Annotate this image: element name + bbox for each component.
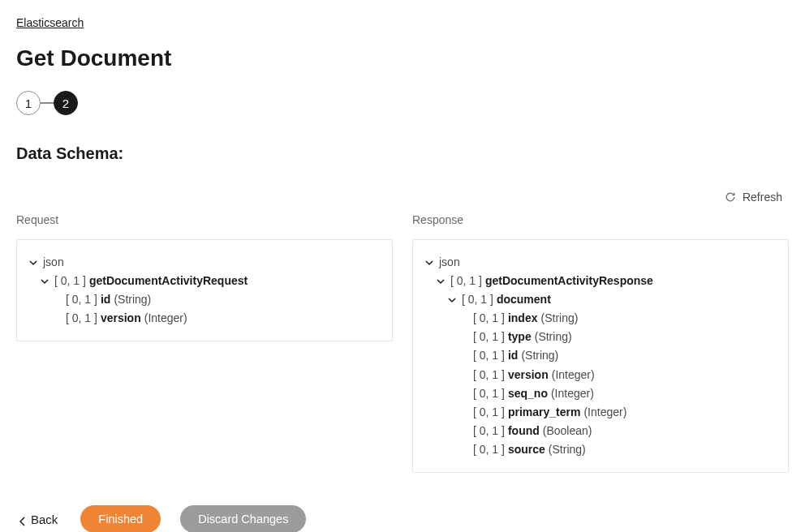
response-schema-box: json [ 0, 1 ] getDocumentActivityRespons… xyxy=(412,239,789,473)
cardinality: [ 0, 1 ] xyxy=(450,272,482,290)
tree-row-json[interactable]: json xyxy=(28,253,381,272)
field-name: id xyxy=(101,290,110,309)
discard-button[interactable]: Discard Changes xyxy=(180,505,306,532)
chevron-down-icon xyxy=(447,295,457,305)
tree-row-response-root[interactable]: [ 0, 1 ] getDocumentActivityResponse xyxy=(424,272,777,290)
field-name: found xyxy=(508,422,540,440)
cardinality: [ 0, 1 ] xyxy=(473,346,505,365)
tree-row-field[interactable]: [ 0, 1 ]version(Integer) xyxy=(424,366,777,384)
section-title: Data Schema: xyxy=(16,144,789,163)
page-title: Get Document xyxy=(16,45,789,71)
chevron-down-icon xyxy=(424,258,434,268)
tree-row-field[interactable]: [ 0, 1 ]id(String) xyxy=(424,346,777,365)
tree-json-label: json xyxy=(43,253,64,272)
cardinality: [ 0, 1 ] xyxy=(473,328,505,346)
tree-row-field[interactable]: [ 0, 1 ]source(String) xyxy=(424,440,777,459)
field-name: type xyxy=(508,328,532,346)
request-schema-box: json [ 0, 1 ] getDocumentActivityRequest… xyxy=(16,239,393,341)
request-column: Request json [ 0, 1 ] getDocumentActivit… xyxy=(16,213,393,473)
back-label: Back xyxy=(31,513,58,526)
finished-button[interactable]: Finished xyxy=(80,505,161,532)
breadcrumb: Elasticsearch xyxy=(16,16,789,29)
cardinality: [ 0, 1 ] xyxy=(473,440,505,459)
refresh-icon xyxy=(725,191,736,203)
cardinality: [ 0, 1 ] xyxy=(462,290,493,309)
field-name: version xyxy=(101,309,141,328)
cardinality: [ 0, 1 ] xyxy=(473,309,505,328)
chevron-down-icon xyxy=(40,277,50,286)
cardinality: [ 0, 1 ] xyxy=(473,384,505,403)
tree-row-field[interactable]: [ 0, 1 ]seq_no(Integer) xyxy=(424,384,777,403)
cardinality: [ 0, 1 ] xyxy=(473,422,505,440)
tree-row-field[interactable]: [ 0, 1 ]id(String) xyxy=(28,290,381,309)
tree-json-label: json xyxy=(439,253,460,272)
tree-row-field[interactable]: [ 0, 1 ]found(Boolean) xyxy=(424,422,777,440)
field-type: (String) xyxy=(521,346,558,365)
cardinality: [ 0, 1 ] xyxy=(66,309,97,328)
field-name: id xyxy=(508,346,518,365)
field-type: (String) xyxy=(541,309,579,328)
breadcrumb-root-link[interactable]: Elasticsearch xyxy=(16,16,84,29)
field-name: source xyxy=(508,440,545,459)
chevron-down-icon xyxy=(28,258,38,268)
tree-row-field[interactable]: [ 0, 1 ]version(Integer) xyxy=(28,309,381,328)
step-1[interactable]: 1 xyxy=(16,91,41,115)
footer-actions: Back Finished Discard Changes xyxy=(16,505,789,532)
field-type: (String) xyxy=(535,328,572,346)
tree-row-field[interactable]: [ 0, 1 ]primary_term(Integer) xyxy=(424,403,777,422)
cardinality: [ 0, 1 ] xyxy=(473,403,505,422)
back-button[interactable]: Back xyxy=(16,509,61,530)
step-connector xyxy=(41,102,54,104)
field-type: (Integer) xyxy=(583,403,626,422)
tree-row-request-root[interactable]: [ 0, 1 ] getDocumentActivityRequest xyxy=(28,272,381,290)
cardinality: [ 0, 1 ] xyxy=(54,272,86,290)
field-type: (String) xyxy=(549,440,586,459)
tree-row-field[interactable]: [ 0, 1 ]index(String) xyxy=(424,309,777,328)
cardinality: [ 0, 1 ] xyxy=(66,290,97,309)
field-name: version xyxy=(508,366,549,384)
field-name: seq_no xyxy=(508,384,548,403)
tree-row-field[interactable]: [ 0, 1 ]type(String) xyxy=(424,328,777,346)
field-name: document xyxy=(497,290,551,309)
field-name: getDocumentActivityResponse xyxy=(485,272,653,290)
field-name: primary_term xyxy=(508,403,581,422)
field-type: (Integer) xyxy=(552,366,595,384)
cardinality: [ 0, 1 ] xyxy=(473,366,505,384)
chevron-left-icon xyxy=(19,515,26,523)
response-label: Response xyxy=(412,213,789,226)
request-label: Request xyxy=(16,213,393,226)
field-name: index xyxy=(508,309,538,328)
field-type: (String) xyxy=(114,290,151,309)
tree-row-json[interactable]: json xyxy=(424,253,777,272)
step-2[interactable]: 2 xyxy=(54,91,78,115)
field-type: (Boolean) xyxy=(543,422,592,440)
field-type: (Integer) xyxy=(144,309,187,328)
refresh-label: Refresh xyxy=(743,191,782,204)
field-type: (Integer) xyxy=(551,384,594,403)
chevron-down-icon xyxy=(436,277,446,286)
refresh-button[interactable]: Refresh xyxy=(718,187,789,207)
response-column: Response json [ 0, 1 ] getDocumentActivi… xyxy=(412,213,789,473)
field-name: getDocumentActivityRequest xyxy=(89,272,248,290)
stepper: 1 2 xyxy=(16,91,789,115)
tree-row-document[interactable]: [ 0, 1 ] document xyxy=(424,290,777,309)
